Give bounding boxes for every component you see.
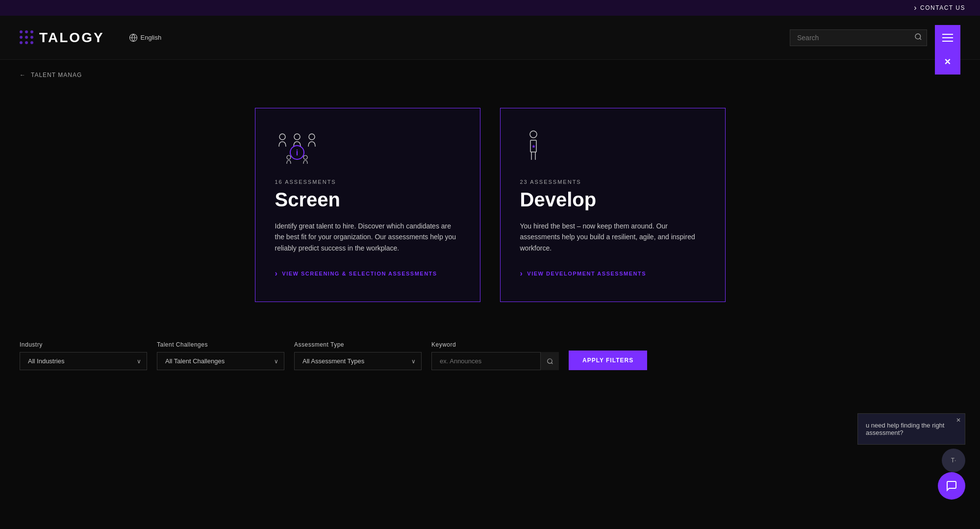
screen-card-description: Identify great talent to hire. Discover …	[275, 221, 460, 253]
industry-select-wrapper: All Industries	[20, 352, 147, 370]
develop-card-description: You hired the best – now keep them aroun…	[520, 221, 705, 253]
develop-card-title: Develop	[520, 189, 705, 211]
contact-us-link[interactable]: CONTACT US	[914, 3, 965, 12]
search-input[interactable]	[790, 29, 927, 46]
menu-button[interactable]	[935, 25, 960, 50]
keyword-search-button[interactable]	[540, 352, 559, 370]
screen-icon: i	[275, 132, 319, 164]
chat-bubble: ✕ u need help finding the right assessme…	[857, 413, 965, 445]
search-icon-btn[interactable]	[914, 33, 922, 43]
logo-area: TALOGY	[20, 30, 104, 46]
chat-bubble-text: u need help finding the right assessment…	[866, 422, 944, 436]
develop-icon: ★	[520, 130, 547, 165]
talent-challenges-filter-group: Talent Challenges All Talent Challenges	[157, 341, 284, 370]
develop-card-count: 23 ASSESSMENTS	[520, 179, 705, 185]
svg-point-1	[915, 34, 921, 39]
keyword-input[interactable]	[431, 352, 559, 370]
menu-line-3	[942, 41, 953, 42]
develop-card-icon-area: ★	[520, 128, 705, 167]
talent-challenges-select-wrapper: All Talent Challenges	[157, 352, 284, 370]
svg-point-15	[547, 358, 552, 363]
logo-text: TALOGY	[39, 30, 104, 46]
menu-line-2	[942, 37, 953, 38]
filters-row: Industry All Industries Talent Challenge…	[20, 341, 960, 370]
develop-card-link[interactable]: VIEW DEVELOPMENT ASSESSMENTS	[520, 269, 705, 278]
main-content: i 16 ASSESSMENTS Screen Identify great t…	[0, 78, 980, 322]
svg-point-10	[530, 131, 537, 138]
breadcrumb-label[interactable]: TALENT MANAG	[31, 72, 82, 78]
apply-filters-button[interactable]: APPLY FILTERS	[569, 351, 647, 370]
svg-line-16	[551, 362, 553, 364]
screen-card-count: 16 ASSESSMENTS	[275, 179, 460, 185]
search-icon	[914, 33, 922, 41]
talent-challenges-label: Talent Challenges	[157, 341, 284, 348]
header-right	[790, 25, 960, 50]
screen-card-title: Screen	[275, 189, 460, 211]
language-selector[interactable]: English	[129, 33, 162, 42]
talent-challenges-select[interactable]: All Talent Challenges	[157, 352, 284, 370]
breadcrumb-arrow-icon: ←	[20, 72, 26, 78]
svg-text:i: i	[296, 149, 298, 157]
keyword-filter-group: Keyword	[431, 341, 559, 370]
assessment-type-select-wrapper: All Assessment Types	[294, 352, 422, 370]
search-wrapper	[790, 29, 927, 46]
svg-point-5	[294, 134, 300, 140]
svg-point-8	[287, 155, 291, 159]
menu-line-1	[942, 34, 953, 35]
chat-avatar: T·	[942, 449, 965, 472]
keyword-label: Keyword	[431, 341, 559, 348]
globe-icon	[129, 33, 138, 42]
svg-line-2	[920, 38, 921, 40]
industry-select[interactable]: All Industries	[20, 352, 147, 370]
screen-card-link[interactable]: VIEW SCREENING & SELECTION ASSESSMENTS	[275, 269, 460, 278]
svg-text:★: ★	[531, 144, 535, 149]
language-label: English	[141, 34, 162, 41]
assessment-type-select[interactable]: All Assessment Types	[294, 352, 422, 370]
assessment-type-label: Assessment Type	[294, 341, 422, 348]
chat-icon	[946, 480, 957, 492]
filters-section: Industry All Industries Talent Challenge…	[0, 322, 980, 370]
assessment-type-filter-group: Assessment Type All Assessment Types	[294, 341, 422, 370]
close-button[interactable]: ×	[935, 49, 960, 75]
breadcrumb: ← TALENT MANAG	[0, 60, 980, 78]
logo-dots-icon	[20, 30, 34, 45]
screen-card: i 16 ASSESSMENTS Screen Identify great t…	[255, 108, 480, 302]
svg-point-3	[279, 134, 285, 140]
screen-card-icon-area: i	[275, 128, 460, 167]
develop-card: ★ 23 ASSESSMENTS Develop You hired the b…	[500, 108, 726, 302]
top-bar: CONTACT US	[0, 0, 980, 16]
industry-filter-group: Industry All Industries	[20, 341, 147, 370]
keyword-input-wrapper	[431, 352, 559, 370]
chat-widget: ✕ u need help finding the right assessme…	[857, 413, 965, 500]
svg-point-9	[303, 155, 307, 159]
chat-open-button[interactable]	[938, 472, 965, 500]
search-icon	[547, 358, 553, 365]
chat-avatar-label: T·	[951, 457, 956, 464]
header: TALOGY English	[0, 16, 980, 60]
industry-label: Industry	[20, 341, 147, 348]
svg-point-4	[309, 134, 315, 140]
chat-close-button[interactable]: ✕	[956, 417, 961, 424]
